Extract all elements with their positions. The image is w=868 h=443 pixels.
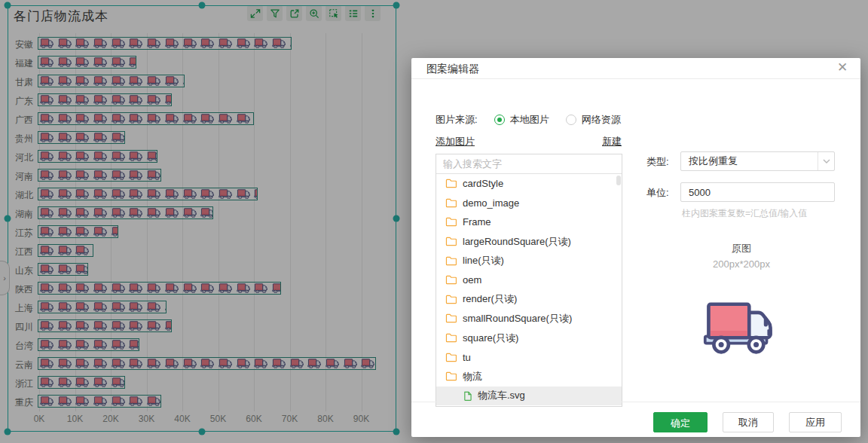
folder-item-cardStyle[interactable]: cardStyle (436, 174, 622, 194)
pattern-editor-dialog: 图案编辑器 ✕ 图片来源: 本地图片 网络资源 添加图片 新建 (411, 58, 860, 437)
folder-icon (445, 217, 457, 227)
radio-network-resource[interactable]: 网络资源 (566, 113, 621, 127)
folder-item-line(只读)[interactable]: line(只读) (436, 251, 622, 270)
folder-item-largeRoundSquare(只读)[interactable]: largeRoundSquare(只读) (436, 232, 622, 252)
radio-local-image[interactable]: 本地图片 (494, 113, 549, 127)
file-name: cardStyle (463, 178, 503, 189)
chevron-down-icon (818, 152, 834, 170)
folder-item-demo_image[interactable]: demo_image (436, 194, 622, 213)
radio-unselected-icon[interactable] (566, 115, 576, 125)
radio-local-label: 本地图片 (510, 113, 549, 127)
folder-item-物流[interactable]: 物流 (436, 367, 622, 386)
add-image-link[interactable]: 添加图片 (436, 135, 475, 148)
file-name: demo_image (463, 197, 519, 209)
file-name: 物流车.svg (478, 389, 525, 402)
search-box (436, 154, 622, 174)
folder-icon (445, 353, 457, 362)
file-name: square(只读) (463, 331, 518, 345)
truck-icon (703, 301, 781, 355)
file-list: cardStyledemo_imageFramelargeRoundSquare… (436, 174, 622, 405)
new-folder-link[interactable]: 新建 (602, 135, 622, 148)
file-name: oem (463, 274, 481, 286)
folder-icon (445, 198, 457, 208)
dialog-body: 图片来源: 本地图片 网络资源 添加图片 新建 cardStyledemo (411, 79, 860, 402)
folder-icon (445, 371, 457, 381)
dialog-title: 图案编辑器 (426, 63, 479, 75)
file-name: largeRoundSquare(只读) (463, 235, 571, 249)
dialog-header: 图案编辑器 ✕ (411, 58, 860, 79)
folder-item-Frame[interactable]: Frame (436, 212, 622, 232)
folder-icon (445, 275, 457, 285)
unit-label: 单位: (646, 186, 669, 200)
folder-icon (445, 256, 457, 266)
type-select[interactable]: 按比例重复 (680, 151, 835, 171)
truck-preview-image (703, 301, 781, 355)
screen: 各门店物流成本 0K10K20K30K40K50K60K70K80K90K安徽 (0, 0, 868, 443)
apply-button[interactable]: 应用 (789, 412, 842, 432)
image-source-row: 图片来源: 本地图片 网络资源 (436, 113, 621, 127)
image-source-label: 图片来源: (436, 113, 478, 127)
radio-network-label: 网络资源 (582, 113, 621, 127)
file-icon (463, 391, 472, 401)
file-browser-panel: cardStyledemo_imageFramelargeRoundSquare… (436, 154, 622, 407)
original-image-info: 原图 200px*200px (646, 242, 836, 270)
file-name: line(只读) (463, 254, 504, 267)
folder-icon (445, 313, 457, 323)
folder-item-oem[interactable]: oem (436, 270, 622, 290)
unit-input[interactable] (680, 182, 835, 202)
file-name: render(只读) (463, 292, 517, 306)
original-label: 原图 (646, 242, 836, 255)
original-size: 200px*200px (646, 258, 836, 270)
type-label: 类型: (646, 155, 669, 169)
scrollbar-thumb[interactable] (616, 176, 621, 185)
type-select-value: 按比例重复 (681, 154, 818, 168)
repeat-hint-text: 柱内图案重复数=汇总值/输入值 (682, 207, 807, 220)
search-input[interactable] (436, 158, 622, 170)
folder-item-render(只读)[interactable]: render(只读) (436, 290, 622, 310)
ok-button[interactable]: 确定 (653, 412, 708, 432)
file-name: tu (463, 352, 471, 363)
folder-item-smallRoundSquare(只读)[interactable]: smallRoundSquare(只读) (436, 309, 622, 328)
file-name: Frame (463, 216, 491, 228)
folder-icon (445, 295, 457, 304)
dialog-footer: 确定 取消 应用 (411, 402, 860, 437)
folder-item-square(只读)[interactable]: square(只读) (436, 328, 622, 348)
radio-selected-icon[interactable] (494, 115, 505, 125)
folder-icon (445, 333, 457, 343)
folder-icon (445, 179, 457, 188)
close-icon[interactable]: ✕ (835, 58, 850, 79)
folder-item-tu[interactable]: tu (436, 347, 622, 367)
cancel-button[interactable]: 取消 (723, 412, 774, 432)
file-name: 物流 (463, 370, 482, 383)
folder-icon (445, 237, 457, 246)
file-name: smallRoundSquare(只读) (463, 312, 572, 325)
